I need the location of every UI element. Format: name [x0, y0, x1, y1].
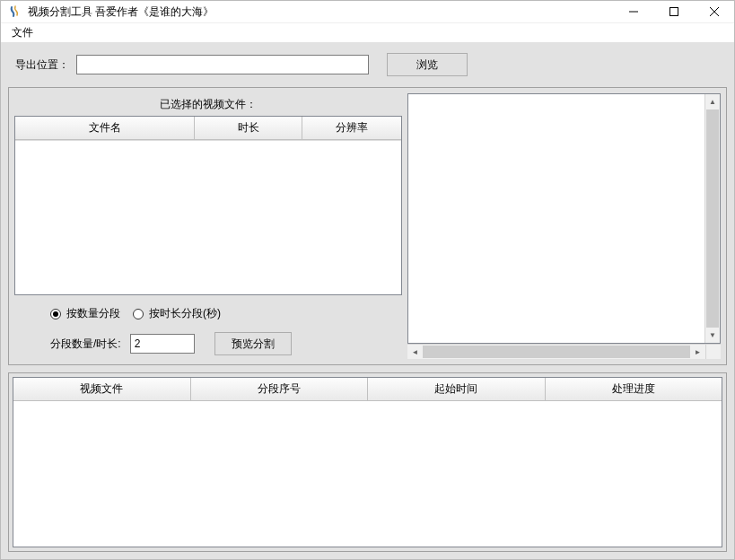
- scroll-thumb[interactable]: [706, 109, 719, 328]
- file-table-body[interactable]: [15, 141, 401, 294]
- col-filename[interactable]: 文件名: [15, 117, 195, 140]
- selected-files-label: 已选择的视频文件：: [14, 93, 402, 116]
- scroll-corner: [705, 344, 721, 359]
- scroll-thumb[interactable]: [423, 346, 690, 358]
- scroll-down-icon[interactable]: ▼: [705, 328, 720, 343]
- export-path-input[interactable]: [76, 55, 369, 74]
- radio-by-count[interactable]: 按数量分段: [50, 306, 120, 321]
- minimize-button[interactable]: [613, 1, 653, 22]
- results-panel: 视频文件 分段序号 起始时间 处理进度: [8, 372, 727, 552]
- horizontal-scrollbar[interactable]: ◄ ►: [407, 344, 705, 359]
- results-table-header: 视频文件 分段序号 起始时间 处理进度: [13, 378, 722, 401]
- preview-canvas[interactable]: [408, 94, 704, 343]
- radio-icon: [50, 309, 61, 319]
- scroll-track[interactable]: [705, 109, 720, 328]
- svg-rect-1: [669, 8, 678, 16]
- radio-icon: [133, 309, 144, 319]
- col-segment-index[interactable]: 分段序号: [191, 378, 369, 401]
- menubar: 文件: [1, 23, 734, 42]
- segment-count-label: 分段数量/时长:: [50, 337, 121, 352]
- vertical-scrollbar[interactable]: ▲ ▼: [704, 94, 720, 343]
- close-button[interactable]: [694, 1, 734, 22]
- window-controls: [613, 1, 734, 22]
- file-table[interactable]: 文件名 时长 分辨率: [14, 116, 402, 295]
- preview-area: ▲ ▼: [407, 93, 721, 344]
- col-resolution[interactable]: 分辨率: [302, 117, 401, 140]
- radio-by-duration-label: 按时长分段(秒): [149, 306, 221, 321]
- middle-panel: 已选择的视频文件： 文件名 时长 分辨率 按数量分段 按时长分段(秒): [8, 87, 727, 365]
- results-table-body[interactable]: [13, 401, 722, 547]
- scroll-track[interactable]: [423, 345, 690, 359]
- params-row: 分段数量/时长: 预览分割: [14, 327, 402, 359]
- menu-file[interactable]: 文件: [6, 23, 39, 42]
- col-progress[interactable]: 处理进度: [546, 378, 722, 401]
- segment-mode-row: 按数量分段 按时长分段(秒): [14, 295, 402, 327]
- scroll-up-icon[interactable]: ▲: [705, 94, 720, 109]
- col-start-time[interactable]: 起始时间: [368, 378, 546, 401]
- col-duration[interactable]: 时长: [195, 117, 302, 140]
- scroll-left-icon[interactable]: ◄: [407, 345, 423, 359]
- window-title: 视频分割工具 吾爱作者《是谁的大海》: [28, 4, 613, 20]
- results-table[interactable]: 视频文件 分段序号 起始时间 处理进度: [13, 377, 722, 547]
- maximize-button[interactable]: [653, 1, 694, 22]
- preview-split-button[interactable]: 预览分割: [214, 332, 292, 355]
- scroll-right-icon[interactable]: ►: [690, 345, 705, 359]
- col-video-file[interactable]: 视频文件: [13, 378, 191, 401]
- export-row: 导出位置： 浏览: [8, 49, 727, 80]
- right-panel: ▲ ▼ ◄ ►: [407, 93, 721, 359]
- left-panel: 已选择的视频文件： 文件名 时长 分辨率 按数量分段 按时长分段(秒): [14, 93, 402, 359]
- browse-button[interactable]: 浏览: [387, 53, 468, 76]
- app-icon: [8, 4, 22, 19]
- radio-by-duration[interactable]: 按时长分段(秒): [133, 306, 221, 321]
- radio-by-count-label: 按数量分段: [66, 306, 120, 321]
- file-table-header: 文件名 时长 分辨率: [15, 117, 401, 141]
- titlebar: 视频分割工具 吾爱作者《是谁的大海》: [1, 1, 734, 23]
- export-label: 导出位置：: [15, 57, 69, 73]
- content-area: 导出位置： 浏览 已选择的视频文件： 文件名 时长 分辨率 按数量分段: [1, 42, 734, 559]
- segment-count-input[interactable]: [130, 334, 195, 354]
